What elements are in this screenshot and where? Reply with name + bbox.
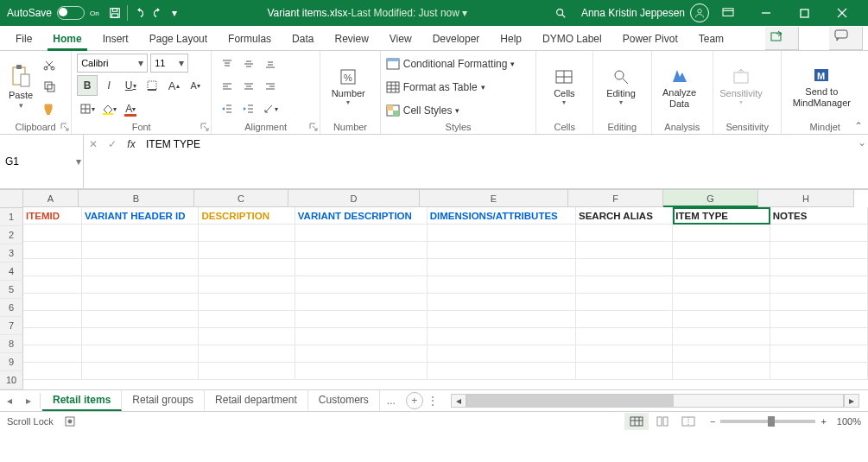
column-header[interactable]: C xyxy=(194,190,288,207)
increase-font-icon[interactable]: A▴ xyxy=(163,75,184,96)
row-header[interactable]: 3 xyxy=(0,244,23,263)
column-header[interactable]: A xyxy=(23,190,79,207)
cell[interactable] xyxy=(576,242,673,259)
cell[interactable] xyxy=(82,345,200,363)
chevron-down-icon[interactable]: ▾ xyxy=(135,57,147,69)
tab-review[interactable]: Review xyxy=(324,29,378,50)
orientation-icon[interactable]: ▾ xyxy=(260,98,281,119)
row-header[interactable]: 8 xyxy=(0,335,23,353)
sheet-tab[interactable]: Retail groups xyxy=(122,390,205,411)
zoom-in-icon[interactable]: + xyxy=(820,416,826,427)
sheet-tabs-divider-icon[interactable]: ⋮ xyxy=(423,391,442,410)
cell[interactable] xyxy=(199,294,295,311)
column-header[interactable]: E xyxy=(420,190,568,207)
cell[interactable] xyxy=(199,345,295,363)
cell[interactable] xyxy=(23,345,82,363)
tab-home[interactable]: Home xyxy=(42,29,92,50)
cell[interactable] xyxy=(428,294,576,311)
cell[interactable] xyxy=(673,294,770,311)
cell[interactable]: DIMENSIONS/ATTRIBUTES xyxy=(428,207,576,225)
decrease-font-icon[interactable]: A▾ xyxy=(185,75,206,96)
cell[interactable] xyxy=(770,242,868,259)
chevron-down-icon[interactable]: ▾ xyxy=(73,155,85,168)
cell[interactable] xyxy=(199,276,295,294)
cell[interactable] xyxy=(82,225,200,242)
more-sheets[interactable]: ... xyxy=(380,395,402,407)
font-face-combo[interactable]: ▾ xyxy=(77,54,148,73)
cell[interactable]: SEARCH ALIAS xyxy=(576,207,673,225)
cell[interactable] xyxy=(576,311,673,328)
minimize-icon[interactable] xyxy=(747,0,785,26)
cell[interactable] xyxy=(23,311,82,328)
cell[interactable]: ITEM TYPE xyxy=(673,207,770,225)
cell[interactable] xyxy=(428,345,576,363)
cell[interactable]: VARIANT HEADER ID xyxy=(82,207,200,225)
align-center-icon[interactable] xyxy=(238,76,259,97)
cell[interactable] xyxy=(295,294,428,311)
cell[interactable] xyxy=(576,259,673,276)
cell[interactable] xyxy=(82,311,200,328)
scroll-track[interactable] xyxy=(466,394,844,408)
cell[interactable] xyxy=(673,311,770,328)
cell[interactable] xyxy=(295,345,428,363)
tab-formulas[interactable]: Formulas xyxy=(218,29,282,50)
maximize-icon[interactable] xyxy=(785,0,823,26)
increase-indent-icon[interactable] xyxy=(238,98,259,119)
row-header[interactable]: 6 xyxy=(0,299,23,317)
cell[interactable] xyxy=(295,242,428,259)
cell[interactable] xyxy=(770,259,868,276)
cell[interactable] xyxy=(295,311,428,328)
align-middle-icon[interactable] xyxy=(238,54,259,74)
tab-help[interactable]: Help xyxy=(490,29,532,50)
cell[interactable] xyxy=(673,363,770,380)
zoom-level[interactable]: 100% xyxy=(837,416,861,427)
cell[interactable] xyxy=(770,328,868,345)
align-bottom-icon[interactable] xyxy=(260,54,281,74)
editing-button[interactable]: Editing▾ xyxy=(599,54,643,120)
page-break-view-icon[interactable] xyxy=(676,413,700,430)
tab-developer[interactable]: Developer xyxy=(422,29,491,50)
comments-icon[interactable] xyxy=(829,27,863,50)
avatar[interactable] xyxy=(690,3,709,22)
tab-team[interactable]: Team xyxy=(688,29,734,50)
cell[interactable] xyxy=(199,242,295,259)
bold-button[interactable]: B xyxy=(77,75,98,96)
macro-record-icon[interactable] xyxy=(60,412,79,431)
cell[interactable] xyxy=(428,225,576,242)
column-header[interactable]: F xyxy=(568,190,663,207)
cell[interactable] xyxy=(23,276,82,294)
cell[interactable] xyxy=(673,225,770,242)
row-header[interactable]: 9 xyxy=(0,353,23,371)
collapse-ribbon-icon[interactable]: ⌃ xyxy=(780,120,863,132)
cell[interactable] xyxy=(295,259,428,276)
cell[interactable] xyxy=(576,276,673,294)
column-header[interactable]: B xyxy=(79,190,194,207)
cell[interactable] xyxy=(199,259,295,276)
cell[interactable] xyxy=(82,328,200,345)
sheet-tab[interactable]: Retail items xyxy=(42,390,122,411)
cell[interactable] xyxy=(295,363,428,380)
font-face-input[interactable] xyxy=(78,58,135,68)
paste-button[interactable]: Paste ▾ xyxy=(5,54,36,120)
cell[interactable] xyxy=(23,363,82,380)
zoom-out-icon[interactable]: − xyxy=(710,416,715,427)
cell[interactable] xyxy=(199,363,295,380)
dialog-launcher-icon[interactable] xyxy=(60,123,69,131)
expand-formula-bar-icon[interactable]: ⌄ xyxy=(858,136,866,149)
cell[interactable] xyxy=(295,225,428,242)
name-box[interactable]: ▾ xyxy=(0,135,84,188)
tab-insert[interactable]: Insert xyxy=(92,29,139,50)
cell[interactable] xyxy=(428,259,576,276)
format-as-table-button[interactable]: Format as Table▾ xyxy=(386,80,531,94)
tab-data[interactable]: Data xyxy=(282,29,324,50)
autosave-toggle[interactable]: AutoSave On xyxy=(7,6,99,20)
select-all-corner[interactable] xyxy=(0,190,23,208)
cell[interactable]: VARIANT DESCRIPTION xyxy=(295,207,428,225)
scroll-thumb[interactable] xyxy=(467,395,674,407)
new-sheet-icon[interactable]: + xyxy=(406,392,423,409)
cell[interactable] xyxy=(82,259,200,276)
send-to-mindmanager-button[interactable]: M Send to MindManager xyxy=(787,54,856,120)
name-box-input[interactable] xyxy=(0,154,73,169)
cell[interactable] xyxy=(82,363,200,380)
cell[interactable] xyxy=(428,311,576,328)
